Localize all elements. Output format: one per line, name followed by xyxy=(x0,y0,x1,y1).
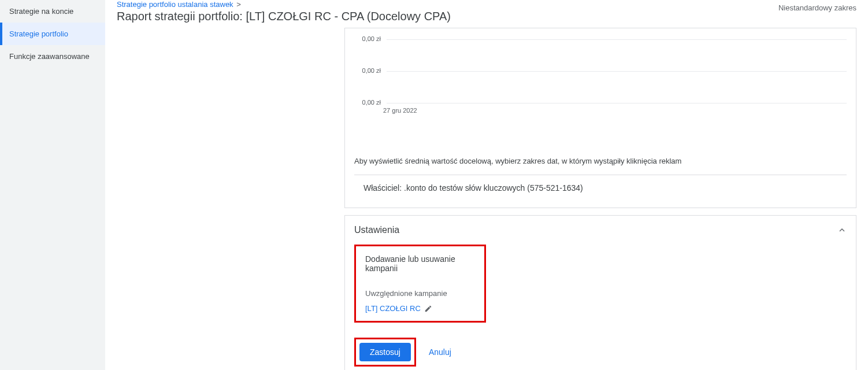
sidebar-item-portfolio-strategies[interactable]: Strategie portfolio xyxy=(0,23,105,45)
campaigns-section: Dodawanie lub usuwanie kampanii Uwzględn… xyxy=(354,245,486,323)
sidebar-item-label: Funkcje zaawansowane xyxy=(9,52,90,61)
button-row: Zastosuj Anuluj xyxy=(354,338,847,367)
cancel-button[interactable]: Anuluj xyxy=(422,343,458,361)
chart-gridline xyxy=(387,71,847,72)
sidebar-item-account-strategies[interactable]: Strategie na koncie xyxy=(0,0,105,23)
chart-gridline xyxy=(387,103,847,103)
y-axis-tick: 0,00 zł xyxy=(354,35,381,42)
sidebar-item-label: Strategie portfolio xyxy=(9,29,68,38)
settings-header[interactable]: Ustawienia xyxy=(345,216,856,245)
date-range-selector[interactable]: Niestandardowy zakres xyxy=(778,0,856,12)
y-axis-tick: 0,00 zł xyxy=(354,67,381,74)
settings-body: Dodawanie lub usuwanie kampanii Uwzględn… xyxy=(345,245,856,370)
page-title: Raport strategii portfolio: [LT] CZOŁGI … xyxy=(117,10,451,23)
chart-gridline xyxy=(387,39,847,40)
included-campaigns-label: Uwzględnione kampanie xyxy=(365,289,475,298)
chart-area: 0,00 zł 0,00 zł 0,00 zł 27 gru 2022 xyxy=(354,35,847,116)
chevron-up-icon xyxy=(837,225,847,235)
x-axis-tick: 27 gru 2022 xyxy=(383,107,417,114)
header: Strategie portfolio ustalania stawek > R… xyxy=(105,0,868,28)
breadcrumb-separator: > xyxy=(236,0,241,9)
settings-heading: Ustawienia xyxy=(354,225,399,235)
edit-icon[interactable] xyxy=(424,305,432,313)
sidebar: Strategie na koncie Strategie portfolio … xyxy=(0,0,105,370)
campaign-link-label: [LT] CZOŁGI RC xyxy=(365,304,421,313)
breadcrumb-link[interactable]: Strategie portfolio ustalania stawek xyxy=(117,0,233,9)
sidebar-item-advanced-functions[interactable]: Funkcje zaawansowane xyxy=(0,45,105,68)
apply-highlight: Zastosuj xyxy=(354,338,416,367)
owner-label: Właściciel: xyxy=(363,183,404,193)
breadcrumb[interactable]: Strategie portfolio ustalania stawek > xyxy=(117,0,451,9)
main-content: Strategie portfolio ustalania stawek > R… xyxy=(105,0,868,370)
chart-card: 0,00 zł 0,00 zł 0,00 zł 27 gru 2022 Aby … xyxy=(344,28,856,208)
settings-card: Ustawienia Dodawanie lub usuwanie kampan… xyxy=(344,215,856,370)
sidebar-item-label: Strategie na koncie xyxy=(9,7,73,16)
owner-row: Właściciel: .konto do testów słów kluczo… xyxy=(354,175,847,201)
apply-button[interactable]: Zastosuj xyxy=(359,343,411,361)
y-axis-tick: 0,00 zł xyxy=(354,99,381,106)
campaigns-title: Dodawanie lub usuwanie kampanii xyxy=(365,254,475,273)
chart-empty-message: Aby wyświetlić średnią wartość docelową,… xyxy=(354,116,847,175)
campaign-link[interactable]: [LT] CZOŁGI RC xyxy=(365,304,432,313)
owner-value: .konto do testów słów kluczowych (575-52… xyxy=(404,183,583,193)
